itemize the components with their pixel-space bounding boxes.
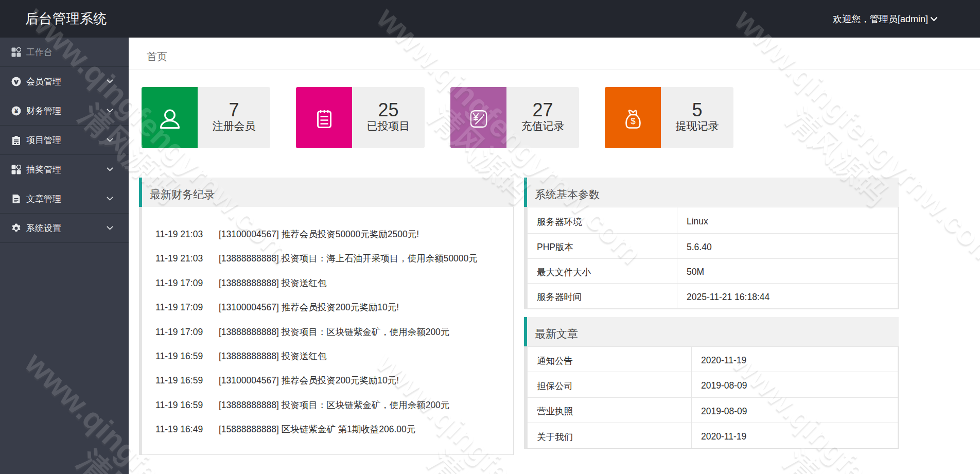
svg-text:¥: ¥ (14, 107, 19, 115)
svg-text:$: $ (631, 116, 636, 126)
